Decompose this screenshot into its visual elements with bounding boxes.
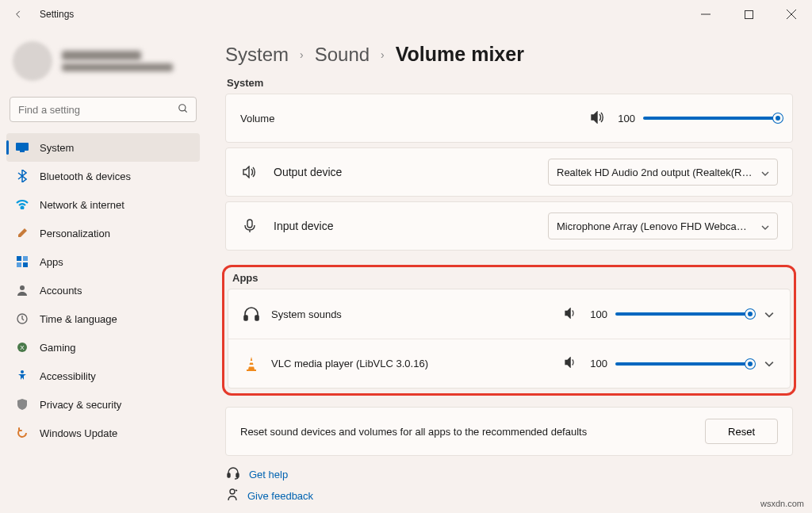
svg-point-17 <box>21 370 24 373</box>
sidebar-item-time[interactable]: Time & language <box>6 304 200 333</box>
title-bar: Settings <box>0 0 812 29</box>
breadcrumb-sound[interactable]: Sound <box>315 44 370 66</box>
reset-description: Reset sound devices and volumes for all … <box>240 426 587 438</box>
svg-rect-19 <box>244 316 247 320</box>
speaker-icon[interactable] <box>565 357 577 370</box>
maximize-button[interactable] <box>733 3 764 25</box>
apps-section-label: Apps <box>232 272 791 284</box>
chevron-down-icon[interactable] <box>764 308 776 320</box>
svg-line-5 <box>185 110 187 113</box>
sidebar-item-label: Accounts <box>40 285 82 297</box>
output-device-card: Output device Realtek HD Audio 2nd outpu… <box>225 147 793 197</box>
sidebar-item-label: Personalization <box>40 228 110 239</box>
app-row-vlc[interactable]: VLC media player (LibVLC 3.0.16) 100 <box>228 339 790 388</box>
svg-rect-20 <box>255 316 259 320</box>
reset-button[interactable]: Reset <box>705 419 778 444</box>
svg-rect-18 <box>247 220 252 228</box>
person-icon <box>16 284 29 297</box>
profile-name-redacted <box>62 51 141 60</box>
back-button[interactable] <box>11 7 25 21</box>
chevron-down-icon <box>761 167 769 178</box>
shield-icon <box>16 398 29 411</box>
paintbrush-icon <box>16 227 29 239</box>
app-volume-slider[interactable] <box>615 312 750 316</box>
app-volume-value: 100 <box>585 358 607 369</box>
apps-icon <box>16 255 29 268</box>
sidebar-item-system[interactable]: System <box>6 133 200 162</box>
svg-point-13 <box>20 285 25 290</box>
input-device-selected: Microphone Array (Lenovo FHD Webcam Au <box>557 220 753 232</box>
app-volume-value: 100 <box>585 308 607 320</box>
sidebar-item-label: Apps <box>40 256 63 268</box>
sidebar-item-privacy[interactable]: Privacy & security <box>6 390 200 419</box>
search-input[interactable] <box>10 97 197 122</box>
sidebar-item-bluetooth[interactable]: Bluetooth & devices <box>6 162 200 190</box>
sidebar-item-label: Network & internet <box>40 199 124 211</box>
sidebar-item-label: Accessibility <box>40 370 96 382</box>
chevron-down-icon <box>761 220 769 232</box>
search-icon <box>178 103 189 117</box>
speaker-icon[interactable] <box>591 111 605 126</box>
sidebar-item-network[interactable]: Network & internet <box>6 190 200 219</box>
chevron-right-icon: › <box>381 48 385 61</box>
sidebar-item-apps[interactable]: Apps <box>6 247 200 276</box>
sidebar-item-accessibility[interactable]: Accessibility <box>6 362 200 390</box>
sidebar-item-update[interactable]: Windows Update <box>6 419 200 447</box>
svg-point-27 <box>230 489 235 494</box>
svg-point-4 <box>179 105 186 111</box>
chevron-down-icon[interactable] <box>764 358 776 369</box>
help-icon <box>227 467 239 482</box>
sidebar-item-label: Time & language <box>40 313 117 325</box>
input-device-dropdown[interactable]: Microphone Array (Lenovo FHD Webcam Au <box>548 212 778 239</box>
svg-point-8 <box>21 207 24 209</box>
sidebar-item-gaming[interactable]: X Gaming <box>6 333 200 362</box>
sidebar-item-accounts[interactable]: Accounts <box>6 276 200 304</box>
svg-rect-6 <box>16 143 29 151</box>
gaming-icon: X <box>16 341 29 354</box>
svg-rect-12 <box>23 262 28 267</box>
breadcrumb-system[interactable]: System <box>225 44 289 66</box>
minimize-button[interactable] <box>690 3 722 25</box>
window-title: Settings <box>40 9 74 20</box>
close-button[interactable] <box>776 3 807 25</box>
app-row-system-sounds[interactable]: System sounds 100 <box>228 289 790 339</box>
svg-marker-21 <box>248 357 255 369</box>
system-section-label: System <box>227 77 793 89</box>
headphones-icon <box>243 305 260 323</box>
bluetooth-icon <box>16 170 29 182</box>
svg-rect-22 <box>249 361 254 363</box>
output-device-dropdown[interactable]: Realtek HD Audio 2nd output (Realtek(R) … <box>548 159 778 186</box>
get-help-link[interactable]: Get help <box>249 469 288 480</box>
update-icon <box>16 427 29 439</box>
output-device-selected: Realtek HD Audio 2nd output (Realtek(R) … <box>557 167 753 178</box>
app-name: VLC media player (LibVLC 3.0.16) <box>271 358 428 369</box>
main-content: System › Sound › Volume mixer System Vol… <box>206 29 812 513</box>
sidebar-item-personalization[interactable]: Personalization <box>6 219 200 247</box>
app-volume-slider[interactable] <box>615 362 750 366</box>
svg-rect-26 <box>236 473 239 477</box>
accessibility-icon <box>16 369 29 382</box>
sidebar-item-label: Gaming <box>40 342 76 354</box>
wifi-icon <box>16 198 29 211</box>
profile-section[interactable] <box>6 35 200 94</box>
speaker-icon[interactable] <box>565 308 577 321</box>
volume-slider[interactable] <box>643 117 778 120</box>
volume-label: Volume <box>240 113 274 124</box>
clock-globe-icon <box>16 312 29 325</box>
volume-card: Volume 100 <box>225 94 793 143</box>
page-title: Volume mixer <box>396 43 524 66</box>
reset-card: Reset sound devices and volumes for all … <box>225 407 793 456</box>
microphone-icon <box>240 219 259 233</box>
feedback-icon <box>227 488 238 503</box>
svg-rect-10 <box>23 256 28 261</box>
svg-rect-9 <box>17 256 21 261</box>
svg-rect-11 <box>17 262 21 267</box>
sidebar-item-label: Bluetooth & devices <box>40 170 131 182</box>
give-feedback-link[interactable]: Give feedback <box>247 490 313 502</box>
input-device-card: Input device Microphone Array (Lenovo FH… <box>225 201 793 251</box>
svg-rect-7 <box>20 151 25 152</box>
svg-text:X: X <box>20 344 25 351</box>
sidebar: System Bluetooth & devices Network & int… <box>0 29 206 513</box>
svg-rect-23 <box>248 365 254 367</box>
chevron-right-icon: › <box>300 48 304 61</box>
